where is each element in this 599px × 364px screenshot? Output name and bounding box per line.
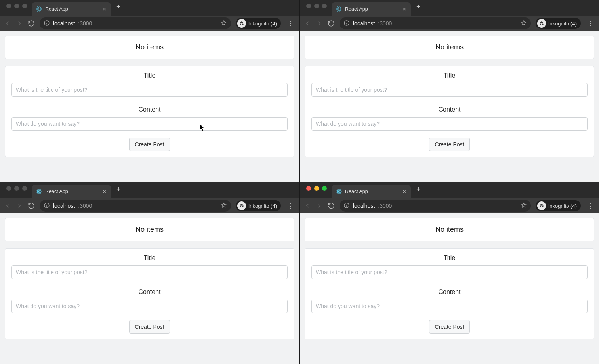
title-label: Title — [11, 254, 288, 262]
address-bar[interactable]: localhost:3000 — [340, 200, 531, 212]
reload-button[interactable] — [28, 202, 35, 209]
tab-title: React App — [45, 6, 99, 12]
incognito-indicator[interactable]: Inkognito (4) — [236, 18, 281, 29]
browser-menu-button[interactable]: ⋮ — [586, 20, 595, 27]
incognito-label: Inkognito (4) — [248, 21, 277, 27]
back-button[interactable] — [4, 202, 11, 209]
browser-tab[interactable]: React App× — [332, 2, 411, 16]
reload-button[interactable] — [328, 20, 335, 27]
url-port: :3000 — [78, 203, 92, 209]
svg-point-10 — [38, 191, 40, 192]
tab-title: React App — [45, 189, 99, 194]
back-button[interactable] — [4, 20, 11, 27]
content-label: Content — [11, 288, 288, 296]
url-host: localhost — [353, 20, 375, 27]
empty-state-card: No items — [5, 218, 294, 241]
create-post-form: TitleContentCreate Post — [305, 248, 594, 339]
page-content: No itemsTitleContentCreate Post — [300, 31, 599, 182]
bookmark-icon[interactable] — [221, 20, 227, 27]
svg-point-15 — [338, 191, 340, 192]
content-input[interactable] — [11, 300, 288, 313]
react-icon — [336, 6, 342, 12]
bookmark-icon[interactable] — [521, 202, 527, 210]
react-icon — [336, 188, 342, 195]
page-content: No itemsTitleContentCreate Post — [0, 31, 299, 182]
url-port: :3000 — [78, 20, 92, 27]
close-icon[interactable]: × — [402, 6, 407, 13]
site-info-icon[interactable] — [44, 20, 50, 27]
close-icon[interactable]: × — [402, 188, 407, 195]
close-icon[interactable]: × — [102, 188, 107, 195]
empty-state-card: No items — [305, 218, 594, 241]
content-label: Content — [311, 106, 588, 113]
back-button[interactable] — [304, 202, 311, 209]
incognito-indicator[interactable]: Inkognito (4) — [236, 200, 281, 211]
title-input[interactable] — [311, 265, 588, 279]
create-post-button[interactable]: Create Post — [429, 320, 470, 334]
bookmark-icon[interactable] — [221, 202, 227, 210]
new-tab-button[interactable]: + — [113, 3, 124, 13]
url-port: :3000 — [378, 20, 392, 27]
tab-bar: React App×+ — [0, 182, 299, 198]
forward-button[interactable] — [16, 20, 23, 27]
browser-tab[interactable]: React App× — [32, 2, 111, 16]
page-content: No itemsTitleContentCreate Post — [300, 213, 599, 364]
page-content: No itemsTitleContentCreate Post — [0, 213, 299, 364]
new-tab-button[interactable]: + — [413, 3, 424, 13]
address-bar[interactable]: localhost:3000 — [340, 17, 531, 29]
forward-button[interactable] — [316, 20, 323, 27]
svg-point-5 — [338, 9, 340, 10]
forward-button[interactable] — [16, 202, 23, 209]
content-label: Content — [11, 106, 288, 113]
incognito-label: Inkognito (4) — [248, 203, 277, 209]
address-bar[interactable]: localhost:3000 — [40, 17, 231, 29]
window-traffic-lights[interactable] — [303, 4, 332, 12]
url-host: localhost — [53, 203, 75, 209]
create-post-form: TitleContentCreate Post — [305, 66, 594, 157]
browser-toolbar: localhost:3000Inkognito (4)⋮ — [0, 16, 299, 31]
bookmark-icon[interactable] — [521, 20, 527, 27]
incognito-indicator[interactable]: Inkognito (4) — [536, 18, 581, 29]
empty-state-text: No items — [11, 42, 288, 53]
content-input[interactable] — [311, 117, 588, 131]
title-input[interactable] — [311, 83, 588, 97]
tab-bar: React App×+ — [300, 0, 599, 16]
browser-menu-button[interactable]: ⋮ — [586, 202, 595, 210]
browser-menu-button[interactable]: ⋮ — [286, 202, 295, 210]
create-post-form: TitleContentCreate Post — [5, 248, 294, 339]
tab-bar: React App×+ — [300, 182, 599, 198]
reload-button[interactable] — [328, 202, 335, 209]
browser-tab[interactable]: React App× — [332, 185, 411, 198]
incognito-indicator[interactable]: Inkognito (4) — [536, 200, 581, 211]
close-icon[interactable]: × — [102, 6, 107, 13]
title-input[interactable] — [11, 265, 288, 279]
new-tab-button[interactable]: + — [113, 185, 124, 196]
content-input[interactable] — [311, 300, 588, 313]
create-post-button[interactable]: Create Post — [129, 320, 170, 334]
content-input[interactable] — [11, 117, 288, 131]
window-traffic-lights[interactable] — [3, 186, 32, 195]
empty-state-text: No items — [311, 42, 588, 53]
browser-tab[interactable]: React App× — [32, 185, 111, 198]
create-post-button[interactable]: Create Post — [129, 138, 170, 151]
reload-button[interactable] — [28, 20, 35, 27]
site-info-icon[interactable] — [343, 20, 350, 27]
empty-state-text: No items — [311, 224, 588, 235]
site-info-icon[interactable] — [343, 202, 350, 210]
create-post-form: TitleContentCreate Post — [5, 66, 294, 157]
url-port: :3000 — [378, 203, 392, 209]
browser-toolbar: localhost:3000Inkognito (4)⋮ — [0, 198, 299, 213]
site-info-icon[interactable] — [44, 202, 50, 210]
address-bar[interactable]: localhost:3000 — [40, 200, 231, 212]
tab-bar: React App×+ — [0, 0, 299, 16]
browser-toolbar: localhost:3000Inkognito (4)⋮ — [300, 16, 599, 31]
incognito-icon — [537, 201, 546, 210]
title-input[interactable] — [11, 83, 288, 97]
window-traffic-lights[interactable] — [303, 186, 332, 195]
forward-button[interactable] — [316, 202, 323, 209]
back-button[interactable] — [304, 20, 311, 27]
new-tab-button[interactable]: + — [413, 185, 424, 196]
window-traffic-lights[interactable] — [3, 4, 32, 12]
create-post-button[interactable]: Create Post — [429, 138, 470, 151]
browser-menu-button[interactable]: ⋮ — [286, 20, 295, 27]
